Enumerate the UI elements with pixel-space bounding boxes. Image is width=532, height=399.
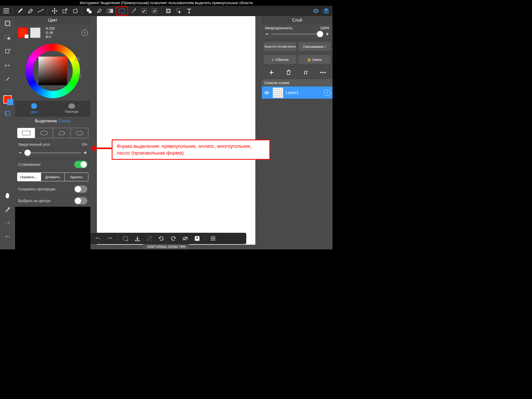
brush-tool[interactable] — [15, 6, 25, 16]
fullscreen-action[interactable] — [192, 234, 202, 243]
down-arrow-icon: ⤓ — [271, 58, 274, 62]
shape-lasso[interactable] — [71, 128, 88, 138]
eraser-tool[interactable] — [26, 6, 35, 16]
brush-side-tool[interactable] — [3, 75, 12, 84]
mode-remove[interactable]: Удалить — [65, 173, 88, 181]
fill-tool[interactable] — [95, 6, 104, 16]
selection-eraser-tool[interactable] — [150, 6, 159, 16]
layer-row[interactable]: Layer1 i — [262, 87, 332, 99]
canvas-area[interactable] — [90, 16, 262, 249]
from-center-toggle[interactable] — [74, 197, 87, 204]
secondary-color-swatch[interactable] — [30, 28, 41, 38]
flip-tool[interactable] — [3, 61, 12, 70]
materials-panel-toggle[interactable] — [311, 6, 321, 16]
layer-list-header: Список слоев — [262, 79, 332, 87]
annotation-callout: Форма выделения: прямоугольник, эллипс, … — [112, 139, 270, 160]
canvas[interactable] — [97, 16, 255, 245]
layer-slot — [262, 199, 332, 211]
tab-color[interactable]: Цвет — [15, 101, 53, 116]
rotate-action[interactable] — [120, 234, 131, 243]
svg-point-25 — [320, 72, 322, 73]
layer-slot — [262, 136, 332, 149]
svg-point-24 — [40, 131, 48, 135]
primary-color-swatch[interactable] — [18, 28, 28, 38]
selection-tool[interactable] — [116, 6, 128, 16]
menu-button[interactable] — [2, 6, 11, 16]
lock-button[interactable]: 🔒Замок — [298, 55, 330, 64]
layers-panel-toggle[interactable] — [322, 6, 331, 16]
layer-panel: Слой Непрозрачность 100% −+ Защитить Аль… — [262, 16, 332, 249]
svg-point-2 — [41, 10, 42, 11]
svg-rect-22 — [6, 111, 10, 116]
bottom-menu-button[interactable] — [208, 234, 218, 243]
tab-palette[interactable]: Палитра — [53, 101, 90, 116]
shape-ellipse[interactable] — [35, 128, 53, 138]
layer-info-icon[interactable]: i — [324, 90, 330, 96]
hide-action[interactable] — [180, 234, 190, 243]
undo-button[interactable] — [3, 233, 12, 242]
crop-tool[interactable] — [164, 6, 173, 16]
selection-header: Выделение Снять — [15, 116, 90, 126]
reorder-layer-button[interactable] — [302, 68, 310, 77]
rotate-cw-action[interactable] — [168, 234, 178, 243]
layer-name: Layer1 — [286, 90, 298, 95]
layer-slot — [262, 99, 332, 111]
reference-toggle[interactable] — [3, 109, 12, 118]
transform-tool[interactable] — [60, 6, 70, 16]
dotted-brush-tool[interactable] — [36, 6, 45, 16]
clear-selection-button[interactable]: Снять — [59, 119, 71, 123]
add-layer-button[interactable] — [267, 68, 276, 77]
text-tool[interactable] — [184, 6, 194, 16]
selection-mode-group: Нормаль… Добавить Удалить — [17, 172, 88, 181]
selection-layer-tool[interactable] — [3, 33, 12, 42]
save-action[interactable] — [132, 234, 143, 243]
antialias-toggle[interactable] — [74, 161, 87, 168]
blend-button[interactable]: Смешивание› — [298, 42, 330, 51]
info-icon[interactable]: i — [82, 30, 88, 36]
layer-slot — [262, 161, 332, 174]
shape-tool[interactable] — [84, 6, 94, 16]
deselect-action[interactable] — [144, 234, 155, 243]
eyedropper-tool[interactable] — [3, 205, 12, 214]
gradient-tool[interactable] — [105, 6, 115, 16]
redo-action[interactable] — [104, 234, 115, 243]
color-wheel[interactable] — [15, 41, 90, 101]
visibility-icon[interactable] — [264, 91, 270, 95]
layer-slot — [262, 186, 332, 199]
shape-polygon[interactable] — [53, 128, 71, 138]
rotate-ccw-action[interactable] — [156, 234, 167, 243]
move-tool[interactable] — [50, 6, 59, 16]
rgb-readout: R:255 G:38 B:0 — [46, 26, 55, 39]
selection-brush-tool[interactable] — [139, 6, 149, 16]
hand-tool[interactable] — [3, 191, 12, 200]
opacity-slider[interactable]: −+ — [262, 30, 332, 40]
color-swatch[interactable] — [3, 95, 12, 104]
magic-wand-tool[interactable] — [129, 6, 138, 16]
layer-thumbnail — [273, 88, 283, 98]
svg-rect-21 — [5, 49, 9, 53]
shape-rectangle[interactable] — [17, 128, 35, 138]
mode-normal[interactable]: Нормаль… — [17, 173, 41, 181]
svg-point-0 — [38, 11, 39, 12]
frame-tool[interactable] — [3, 19, 12, 28]
annotation-arrow — [91, 148, 114, 149]
keep-ratio-toggle[interactable] — [74, 185, 87, 193]
svg-rect-18 — [6, 22, 9, 25]
crop-button[interactable]: ⤓Обрезка — [264, 55, 296, 64]
rotate-tool[interactable] — [3, 47, 12, 56]
layer-slot — [262, 111, 332, 124]
layer-slot — [262, 124, 332, 136]
selection-move-tool[interactable] — [174, 6, 183, 16]
mode-add[interactable]: Добавить — [41, 173, 65, 181]
protect-alpha-button[interactable]: Защитить Альфа-канал — [264, 42, 296, 51]
redo-button[interactable] — [3, 219, 12, 228]
distort-tool[interactable] — [71, 6, 80, 16]
undo-action[interactable] — [92, 234, 103, 243]
color-panel-title: Цвет — [15, 16, 90, 24]
delete-layer-button[interactable] — [284, 68, 293, 77]
rounded-corner-slider[interactable]: −+ — [15, 149, 90, 159]
rounded-corner-label: Закругленный угол 0% — [15, 140, 90, 149]
layer-panel-title: Слой — [262, 16, 332, 24]
side-toolbar — [0, 16, 15, 249]
more-layer-button[interactable] — [319, 68, 327, 77]
